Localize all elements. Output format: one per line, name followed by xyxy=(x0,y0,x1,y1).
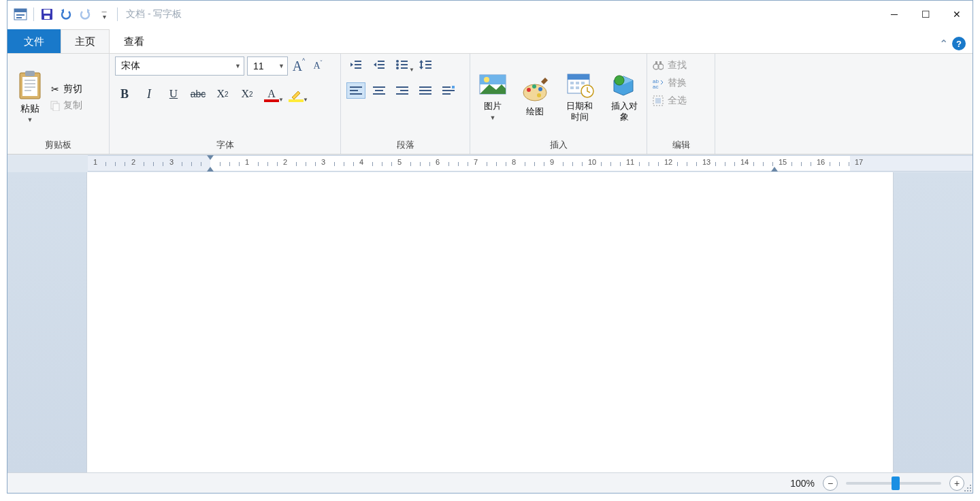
font-size-combo[interactable]: 11▼ xyxy=(247,56,288,76)
align-right-button[interactable] xyxy=(393,82,412,99)
copy-button[interactable]: 复制 xyxy=(50,99,82,112)
close-button[interactable]: ✕ xyxy=(941,1,973,27)
svg-rect-25 xyxy=(401,61,408,62)
insert-object-button[interactable]: 插入对象 xyxy=(607,69,641,125)
tab-file[interactable]: 文件 xyxy=(7,29,61,53)
status-bar: 100% − + xyxy=(7,472,973,493)
svg-rect-67 xyxy=(655,61,657,65)
svg-rect-12 xyxy=(24,86,35,88)
increase-indent-button[interactable] xyxy=(370,56,389,73)
shrink-font-button[interactable]: Aˇ xyxy=(310,58,326,74)
svg-rect-40 xyxy=(396,93,408,95)
highlight-button[interactable]: ▼ xyxy=(287,85,306,103)
save-button[interactable] xyxy=(38,5,56,23)
underline-button[interactable]: U xyxy=(164,85,183,103)
svg-rect-45 xyxy=(442,90,455,91)
chevron-down-icon: ▼ xyxy=(235,63,241,69)
svg-point-64 xyxy=(615,76,624,85)
right-indent-marker[interactable] xyxy=(771,167,778,172)
zoom-out-button[interactable]: − xyxy=(823,476,838,491)
svg-rect-39 xyxy=(400,90,408,91)
first-line-indent-marker[interactable] xyxy=(207,155,214,160)
paste-button[interactable]: 粘贴 ▼ xyxy=(13,67,47,126)
italic-button[interactable]: I xyxy=(140,85,159,103)
svg-text:ac: ac xyxy=(653,84,658,88)
cut-button[interactable]: ✂ 剪切 xyxy=(50,83,82,95)
insert-picture-button[interactable]: 图片▼ xyxy=(476,69,510,125)
paragraph-dialog-button[interactable] xyxy=(439,82,458,99)
svg-point-54 xyxy=(538,87,542,91)
hanging-indent-marker[interactable] xyxy=(207,167,214,172)
zoom-slider[interactable] xyxy=(846,482,941,485)
tab-view[interactable]: 查看 xyxy=(110,29,159,53)
svg-rect-20 xyxy=(378,64,385,65)
redo-button[interactable] xyxy=(76,5,94,23)
collapse-ribbon-button[interactable]: ⌃ xyxy=(939,37,948,50)
group-edit: 查找 abac 替换 全选 编辑 xyxy=(647,54,715,154)
insert-paint-button[interactable]: 绘图 xyxy=(518,75,552,118)
svg-rect-46 xyxy=(442,93,451,95)
group-label-font: 字体 xyxy=(115,137,335,152)
application-window: ─▾ 文档 - 写字板 ─ ☐ ✕ 文件 主页 查看 ⌃ ? 粘贴 ▼ xyxy=(7,0,973,494)
grow-font-button[interactable]: A^ xyxy=(291,58,307,74)
svg-rect-2 xyxy=(16,14,24,16)
svg-point-22 xyxy=(396,60,399,63)
subscript-button[interactable]: X2 xyxy=(213,85,232,103)
font-color-button[interactable]: A ▼ xyxy=(262,85,281,103)
horizontal-ruler[interactable]: 3211234567891011121314151617 xyxy=(88,155,973,172)
replace-button[interactable]: abac 替换 xyxy=(653,77,687,89)
svg-rect-62 xyxy=(576,86,579,89)
ribbon-tabs: 文件 主页 查看 ⌃ ? xyxy=(7,28,973,54)
group-insert: 图片▼ 绘图 日期和时间 插入对象 插入 xyxy=(470,54,647,154)
font-name-combo[interactable]: 宋体▼ xyxy=(115,56,244,76)
insert-datetime-button[interactable]: 日期和时间 xyxy=(560,69,599,125)
svg-rect-9 xyxy=(25,71,35,76)
svg-rect-34 xyxy=(350,93,362,95)
line-spacing-button[interactable] xyxy=(416,56,435,73)
bullet-list-button[interactable]: ▼ xyxy=(393,56,412,73)
svg-rect-19 xyxy=(378,61,385,62)
svg-rect-72 xyxy=(655,98,661,103)
decrease-indent-button[interactable] xyxy=(346,56,365,73)
svg-rect-60 xyxy=(581,82,585,84)
bold-button[interactable]: B xyxy=(115,85,134,103)
justify-button[interactable] xyxy=(416,82,435,99)
svg-rect-17 xyxy=(355,64,361,65)
paste-dropdown-icon[interactable]: ▼ xyxy=(27,116,33,123)
window-controls: ─ ☐ ✕ xyxy=(879,1,973,27)
svg-rect-5 xyxy=(44,10,50,14)
align-center-button[interactable] xyxy=(370,82,389,99)
qat-customize-button[interactable]: ─▾ xyxy=(95,5,113,23)
chevron-down-icon: ▼ xyxy=(278,63,284,69)
tab-home[interactable]: 主页 xyxy=(61,29,110,53)
zoom-slider-thumb[interactable] xyxy=(892,476,900,490)
svg-rect-21 xyxy=(378,67,385,69)
title-bar: ─▾ 文档 - 写字板 ─ ☐ ✕ xyxy=(7,1,973,28)
undo-button[interactable] xyxy=(57,5,75,23)
svg-rect-37 xyxy=(373,93,385,95)
maximize-button[interactable]: ☐ xyxy=(910,1,941,27)
svg-rect-41 xyxy=(419,86,431,88)
group-label-paragraph: 段落 xyxy=(346,137,464,152)
svg-rect-58 xyxy=(570,82,574,84)
svg-rect-30 xyxy=(425,64,431,65)
align-left-button[interactable] xyxy=(346,82,365,99)
find-button[interactable]: 查找 xyxy=(653,59,687,71)
svg-point-23 xyxy=(396,63,399,66)
zoom-in-button[interactable]: + xyxy=(949,476,964,491)
resize-grip[interactable] xyxy=(963,483,971,491)
select-all-button[interactable]: 全选 xyxy=(653,95,687,107)
document-viewport[interactable] xyxy=(7,172,973,472)
svg-rect-28 xyxy=(421,63,422,67)
strikethrough-button[interactable]: abc xyxy=(189,85,208,103)
superscript-button[interactable]: X2 xyxy=(238,85,257,103)
svg-rect-36 xyxy=(375,90,383,91)
document-page[interactable] xyxy=(86,172,894,472)
help-button[interactable]: ? xyxy=(952,37,966,50)
ribbon: 粘贴 ▼ ✂ 剪切 复制 剪贴板 xyxy=(7,54,973,155)
svg-rect-11 xyxy=(24,83,35,84)
svg-rect-42 xyxy=(419,90,431,91)
svg-rect-18 xyxy=(355,67,361,69)
minimize-button[interactable]: ─ xyxy=(879,1,910,27)
wordpad-icon xyxy=(12,5,29,23)
